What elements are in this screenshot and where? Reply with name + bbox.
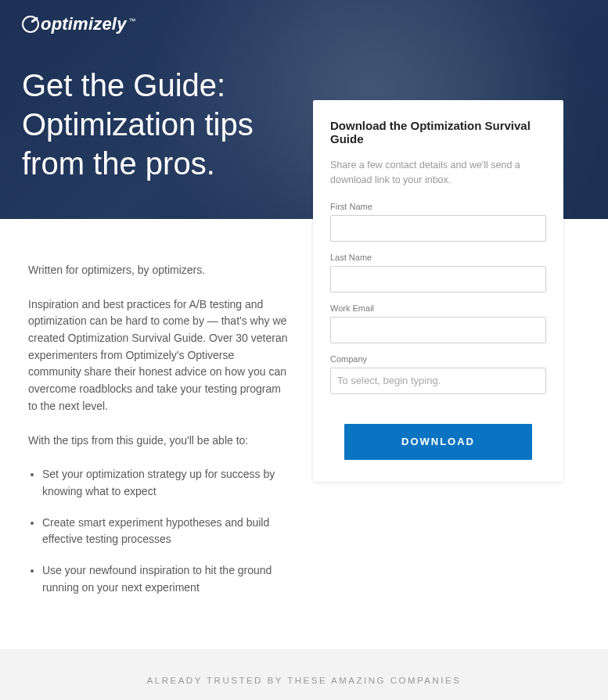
logo-o-mark-icon <box>22 16 39 33</box>
list-item: Use your newfound inspiration to hit the… <box>42 562 290 596</box>
company-input[interactable] <box>330 368 546 394</box>
form-subtitle: Share a few contact details and we'll se… <box>330 158 546 188</box>
last-name-label: Last Name <box>330 253 546 262</box>
description-column: Written for optimizers, by optimizers. I… <box>0 219 313 649</box>
benefits-list: Set your optimization strategy up for su… <box>28 466 290 596</box>
company-label: Company <box>330 354 546 364</box>
download-button[interactable]: DOWNLOAD <box>344 424 532 460</box>
optimizely-logo: optimizely ™ <box>0 0 608 34</box>
lead-in-text: With the tips from this guide, you'll be… <box>28 433 290 450</box>
last-name-input[interactable] <box>330 266 546 293</box>
trusted-section: ALREADY TRUSTED BY THESE AMAZING COMPANI… <box>0 649 608 700</box>
work-email-input[interactable] <box>330 317 546 343</box>
list-item: Create smart experiment hypotheses and b… <box>42 515 290 548</box>
intro-text: Written for optimizers, by optimizers. <box>28 262 290 279</box>
form-title: Download the Optimization Survival Guide <box>330 119 546 145</box>
first-name-input[interactable] <box>330 215 546 242</box>
first-name-label: First Name <box>330 202 546 211</box>
page-title: Get the Guide: Optimization tips from th… <box>0 34 297 183</box>
body-text: Inspiration and best practices for A/B t… <box>28 296 290 415</box>
work-email-label: Work Email <box>330 303 546 313</box>
trusted-heading: ALREADY TRUSTED BY THESE AMAZING COMPANI… <box>16 676 592 685</box>
download-form-card: Download the Optimization Survival Guide… <box>313 100 563 482</box>
list-item: Set your optimization strategy up for su… <box>42 466 290 500</box>
logo-tm: ™ <box>129 17 136 25</box>
content-wrap: Written for optimizers, by optimizers. I… <box>0 219 608 649</box>
logo-text: optimizely <box>41 14 127 34</box>
